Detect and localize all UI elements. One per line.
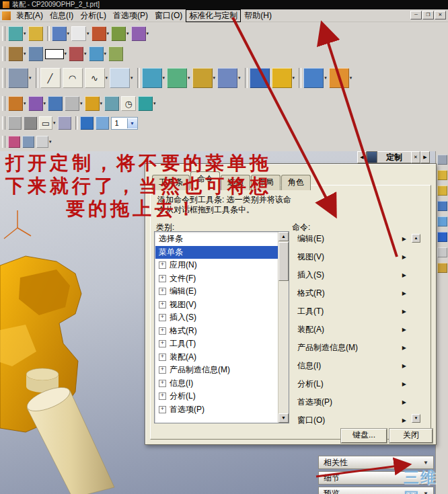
expand-plus-icon[interactable]: + (159, 380, 166, 387)
toolbar-button[interactable] (80, 116, 94, 130)
dropdown-caret-icon[interactable]: ▾ (100, 101, 103, 106)
toolbar-button[interactable]: ▾ (28, 96, 46, 111)
dropdown-caret-icon[interactable]: ▾ (44, 101, 46, 106)
resource-tab-icon[interactable] (437, 232, 447, 242)
category-item[interactable]: +文件(F) (155, 272, 278, 286)
toolbar-button[interactable] (48, 96, 63, 111)
child-maximize-button[interactable]: ❐ (422, 11, 434, 19)
dropdown-caret-icon[interactable]: ▾ (49, 139, 52, 145)
dropdown-caret-icon[interactable]: ▾ (188, 75, 190, 81)
toolbar-button[interactable]: ▾ (91, 26, 110, 41)
dropdown-caret-icon[interactable]: ▾ (293, 75, 295, 81)
toolbar-button[interactable]: ▾ (8, 26, 26, 41)
toolbar-drag-handle[interactable] (2, 136, 5, 148)
command-item[interactable]: 窗口(O)▶ (289, 413, 412, 427)
command-item[interactable]: 首选项(P)▶ (289, 395, 412, 409)
category-item[interactable]: +格式(R) (155, 325, 278, 338)
category-item[interactable]: +装配(A) (155, 351, 278, 364)
toolbar-button[interactable]: ╱ (40, 68, 61, 88)
dropdown-caret-icon[interactable]: ▾ (67, 31, 70, 36)
expand-plus-icon[interactable]: + (159, 301, 166, 308)
dialog-close-button[interactable]: ✕ (411, 151, 420, 163)
menu-item[interactable]: 首选项(P) (110, 9, 151, 22)
dropdown-caret-icon[interactable]: ▾ (126, 31, 129, 36)
dropdown-caret-icon[interactable]: ▾ (24, 101, 26, 106)
toolbar-button[interactable]: ▾ (45, 49, 67, 59)
toolbar-button[interactable]: ▾ (85, 96, 103, 111)
menu-item[interactable]: 信息(I) (46, 9, 77, 22)
toolbar-button[interactable]: ▾ (217, 68, 241, 88)
toolbar-button[interactable]: ▾ (71, 26, 89, 41)
dropdown-caret-icon[interactable]: ▾ (87, 31, 89, 36)
expand-plus-icon[interactable]: + (159, 288, 166, 295)
dropdown-caret-icon[interactable]: ▾ (80, 101, 83, 106)
toolbar-button[interactable]: ▾ (36, 136, 52, 148)
keyboard-button[interactable]: 键盘... (341, 429, 387, 443)
dropdown-caret-icon[interactable]: ▾ (29, 75, 32, 81)
menu-item[interactable]: 标准化与定制 (186, 9, 241, 22)
toolbar-button[interactable]: ▾ (167, 68, 190, 88)
toolbar-button[interactable]: ∿▾ (85, 68, 108, 88)
command-item[interactable]: 装配(A)▶ (289, 322, 412, 337)
expand-plus-icon[interactable]: + (159, 261, 166, 269)
category-item[interactable]: +工具(T) (155, 337, 278, 351)
scope-dropdown[interactable]: 1▼ (111, 117, 138, 130)
toolbar-button[interactable] (108, 46, 123, 61)
toolbar-button[interactable]: ▾ (329, 68, 352, 88)
dropdown-caret-icon[interactable]: ▾ (24, 31, 26, 36)
category-item[interactable]: 选择条 (155, 233, 278, 246)
resource-tab-icon[interactable] (437, 155, 447, 165)
toolbar-button[interactable]: ▾ (8, 46, 26, 61)
menu-item[interactable]: 分析(L) (77, 9, 110, 22)
dropdown-caret-icon[interactable]: ▾ (53, 120, 56, 126)
commands-scroll-up-icon[interactable]: ▲ (412, 234, 420, 243)
resource-tab-icon[interactable] (437, 247, 447, 257)
toolbar-drag-handle[interactable] (2, 68, 5, 88)
toolbar-button[interactable] (28, 46, 43, 61)
toolbar-button[interactable] (104, 96, 119, 111)
command-item[interactable]: 工具(T)▶ (289, 304, 412, 319)
toolbar-button[interactable] (28, 26, 43, 41)
toolbar-button[interactable]: ▾ (138, 96, 156, 111)
dropdown-caret-icon[interactable]: ▾ (65, 51, 67, 56)
chevron-down-icon[interactable]: ▼ (127, 118, 137, 128)
category-scrollbar[interactable]: ▲ ▼ (278, 232, 289, 423)
expand-plus-icon[interactable]: + (159, 275, 166, 282)
dropdown-caret-icon[interactable]: ▾ (238, 75, 241, 81)
dropdown-caret-icon[interactable]: ▾ (84, 51, 87, 56)
toolbar-drag-handle[interactable] (2, 46, 5, 61)
category-item[interactable]: +首选项(P) (155, 403, 278, 417)
category-item[interactable]: +信息(I) (155, 377, 278, 390)
dropdown-caret-icon[interactable]: ▾ (130, 75, 133, 81)
dropdown-caret-icon[interactable]: ▾ (213, 75, 216, 81)
command-item[interactable]: 分析(L)▶ (289, 376, 412, 391)
dropdown-caret-icon[interactable]: ▾ (147, 31, 149, 36)
resource-tab-icon[interactable] (437, 216, 447, 227)
scroll-down-icon[interactable]: ▼ (278, 413, 289, 423)
dialog-forward-button[interactable]: ▶ (420, 151, 430, 163)
expand-plus-icon[interactable]: + (159, 366, 166, 374)
menu-item[interactable]: 装配(A) (13, 9, 46, 22)
toolbar-button[interactable]: ◷ (121, 96, 136, 111)
category-item[interactable]: 菜单条 (155, 246, 278, 259)
toolbar-button[interactable]: ▾ (69, 46, 87, 61)
category-item[interactable]: +应用(N) (155, 259, 278, 272)
command-item[interactable]: 插入(S)▶ (289, 267, 412, 282)
resource-tab-icon[interactable] (437, 263, 447, 273)
toolbar-button[interactable]: ▭▾ (39, 116, 56, 130)
category-item[interactable]: +编辑(E) (155, 285, 278, 298)
toolbar-button[interactable] (8, 136, 20, 148)
expand-plus-icon[interactable]: + (159, 314, 166, 321)
toolbar-button[interactable] (250, 68, 270, 88)
close-button[interactable]: 关闭 (389, 429, 433, 443)
menu-item[interactable]: 窗口(O) (151, 9, 186, 22)
dialog-back-button[interactable]: ◀ (357, 151, 367, 163)
toolbar-button[interactable] (58, 116, 71, 130)
resource-tab-icon[interactable] (437, 186, 447, 196)
command-item[interactable]: 信息(I)▶ (289, 358, 412, 373)
toolbar-button[interactable] (22, 136, 34, 148)
command-item[interactable]: 编辑(E)▶ (289, 231, 412, 246)
category-item[interactable]: +视图(V) (155, 298, 278, 312)
dropdown-caret-icon[interactable]: ▾ (324, 75, 327, 81)
toolbar-button[interactable]: ▾ (52, 26, 70, 41)
